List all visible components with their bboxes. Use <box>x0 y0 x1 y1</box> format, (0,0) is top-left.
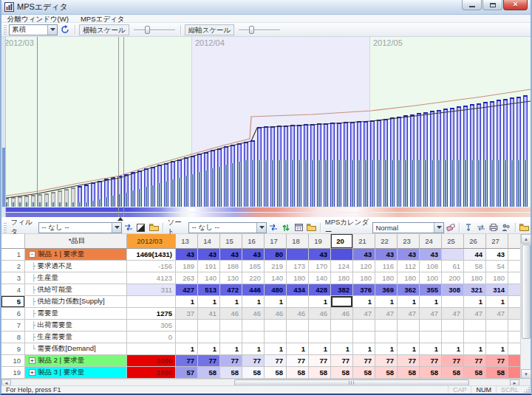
day-cell[interactable]: 58 <box>464 367 486 379</box>
day-cell[interactable]: 77 <box>265 355 287 367</box>
row-label[interactable]: ├需要量 <box>25 308 127 320</box>
day-cell[interactable]: 46 <box>287 308 309 320</box>
day-column-header[interactable]: 13 <box>176 234 198 249</box>
day-cell[interactable]: 219 <box>265 261 287 272</box>
day-cell[interactable]: 43 <box>353 249 375 261</box>
day-cell[interactable] <box>486 332 508 343</box>
day-cell[interactable] <box>420 320 442 332</box>
day-cell[interactable]: 77 <box>242 355 265 367</box>
day-cell[interactable]: 77 <box>176 355 198 367</box>
day-cell[interactable]: 220 <box>242 272 265 284</box>
day-column-header[interactable]: 17 <box>265 234 287 249</box>
vertical-scroll-thumb[interactable] <box>522 244 531 339</box>
calendar-folder-icon[interactable] <box>519 222 530 233</box>
day-cell[interactable]: 321 <box>464 284 486 296</box>
filter-folder-icon[interactable] <box>149 222 160 233</box>
h-scale-slider[interactable] <box>134 24 175 35</box>
day-cell[interactable]: 376 <box>353 284 375 296</box>
day-cell[interactable] <box>353 332 375 343</box>
row-label[interactable]: +製品 2 | 要求量 <box>25 355 127 367</box>
day-cell[interactable]: 61 <box>442 261 464 272</box>
row-label[interactable]: ├供給能力係数[Supply] <box>25 296 127 308</box>
row-number[interactable]: 4 <box>1 284 25 296</box>
day-cell[interactable]: 1 <box>265 296 287 308</box>
day-cell[interactable]: 1 <box>198 343 220 355</box>
day-cell[interactable] <box>464 332 486 343</box>
day-cell[interactable]: 480 <box>265 284 287 296</box>
day-cell[interactable]: 47 <box>486 308 508 320</box>
day-column-header[interactable]: 14 <box>198 234 220 249</box>
day-cell[interactable]: 185 <box>242 261 265 272</box>
row-label[interactable]: ├要求過不足 <box>25 261 127 272</box>
day-column-header[interactable]: 19 <box>309 234 331 249</box>
day-cell[interactable]: 1 <box>265 343 287 355</box>
day-cell[interactable]: 1 <box>375 343 398 355</box>
row-number[interactable]: 8 <box>1 332 25 343</box>
day-cell[interactable]: 54 <box>486 261 508 272</box>
day-cell[interactable] <box>198 320 220 332</box>
day-cell[interactable]: 77 <box>287 355 309 367</box>
day-cell[interactable]: 120 <box>353 261 375 272</box>
calendar-swap-icon[interactable] <box>475 222 486 233</box>
scroll-down-icon[interactable]: ▼ <box>521 369 531 379</box>
v-scale-slider[interactable] <box>239 24 280 35</box>
day-cell[interactable] <box>309 320 331 332</box>
chart-plot[interactable]: 2012/032012/042012/05 <box>1 37 531 221</box>
day-cell[interactable]: 77 <box>442 355 464 367</box>
row-label[interactable]: -製品 1 | 要求量 <box>25 249 127 261</box>
month-cell[interactable]: 1500 <box>127 367 176 379</box>
day-cell[interactable] <box>442 296 464 308</box>
refresh-icon[interactable] <box>58 24 72 35</box>
close-button[interactable]: ✕ <box>503 0 528 10</box>
day-cell[interactable]: 46 <box>331 308 353 320</box>
day-cell[interactable]: 43 <box>176 249 198 261</box>
day-cell[interactable]: 47 <box>353 308 375 320</box>
day-cell[interactable]: 58 <box>309 367 331 379</box>
day-cell[interactable]: 43 <box>309 249 331 261</box>
day-cell[interactable]: 369 <box>375 284 398 296</box>
day-cell[interactable]: 446 <box>242 284 265 296</box>
day-cell[interactable]: 200 <box>442 272 464 284</box>
day-cell[interactable]: 1 <box>398 343 420 355</box>
calendar-pin-icon[interactable] <box>463 222 474 233</box>
row-number[interactable]: 19 <box>1 367 25 379</box>
day-cell[interactable]: 362 <box>398 284 420 296</box>
day-cell[interactable]: 1 <box>375 296 398 308</box>
day-column-header[interactable]: 23 <box>398 234 420 249</box>
day-cell[interactable]: 382 <box>331 284 353 296</box>
day-cell[interactable]: 77 <box>420 355 442 367</box>
day-cell[interactable]: 58 <box>242 367 265 379</box>
filter-invert-icon[interactable] <box>135 222 146 233</box>
day-cell[interactable] <box>375 332 398 343</box>
horizontal-scrollbar[interactable]: ◄ ► <box>1 379 520 385</box>
title-bar[interactable]: MPSエディタ ✕ <box>1 0 531 15</box>
day-cell[interactable]: 1 <box>220 343 242 355</box>
day-column-header[interactable]: 27 <box>486 234 508 249</box>
day-cell[interactable]: 1 <box>309 343 331 355</box>
day-cell[interactable]: 57 <box>176 367 198 379</box>
day-cell[interactable]: 124 <box>331 261 353 272</box>
chart-cursor-handle[interactable] <box>117 217 123 221</box>
day-cell[interactable]: 180 <box>331 272 353 284</box>
day-cell[interactable]: 58 <box>287 367 309 379</box>
day-cell[interactable] <box>398 332 420 343</box>
expand-toggle-icon[interactable]: - <box>29 251 35 258</box>
day-cell[interactable]: 77 <box>375 355 398 367</box>
filter-select[interactable]: -- なし -- <box>38 222 122 233</box>
day-cell[interactable]: 77 <box>331 355 353 367</box>
day-cell[interactable]: 173 <box>287 261 309 272</box>
row-label[interactable]: ├生産需要量 <box>25 332 127 343</box>
day-cell[interactable] <box>331 249 353 261</box>
day-cell[interactable]: 43 <box>242 249 265 261</box>
day-cell[interactable]: 180 <box>486 272 508 284</box>
day-cell[interactable]: 43 <box>398 249 420 261</box>
day-cell[interactable]: 1 <box>309 296 331 308</box>
day-cell[interactable]: 46 <box>242 308 265 320</box>
row-number[interactable]: 9 <box>1 343 25 355</box>
day-cell[interactable] <box>287 296 309 308</box>
day-cell[interactable]: 41 <box>198 308 220 320</box>
row-number[interactable]: 7 <box>1 320 25 332</box>
day-cell[interactable]: 58 <box>331 367 353 379</box>
day-cell[interactable]: 47 <box>420 308 442 320</box>
row-number[interactable]: 1 <box>1 249 25 261</box>
